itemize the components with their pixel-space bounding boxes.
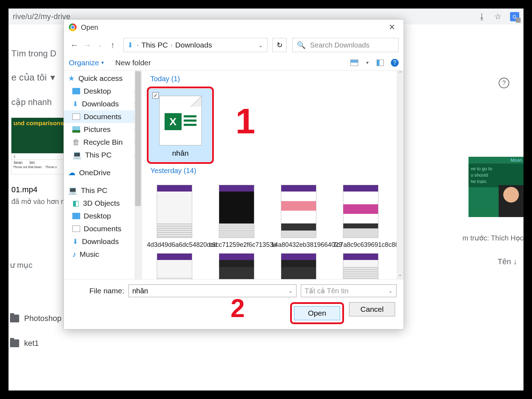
dialog-toolbar: Organize ▼ New folder ▼ ? [64,55,404,71]
nav-tree: ★Quick access Desktop ⬇Downloads Documen… [64,71,142,279]
file-tile[interactable]: c6cc71259e2f6c71353e [209,185,264,249]
group-yesterday[interactable]: Yesterday (14) [147,164,399,178]
file-open-dialog: Open ✕ ← → ⌄ ↑ ⬇ › This PC › Downloads ⌄… [63,19,404,329]
sort-control[interactable]: Tên ↓ [498,257,517,266]
search-input[interactable]: 🔍 Search Downloads [292,38,399,52]
chrome-icon [69,23,77,31]
tree-this-pc[interactable]: 💻This PC [64,149,142,161]
file-checkbox[interactable]: ✓ [153,92,159,99]
file-tile[interactable]: 4d3d49d6a6dc54820dcd [147,185,202,249]
open-button[interactable]: Open [294,306,340,320]
history-dropdown[interactable]: ⌄ [94,39,106,51]
search-placeholder: Search Downloads [310,41,370,49]
bookmark-star-icon[interactable]: ☆ [494,12,501,21]
dropdown-icon: ⌄ [388,288,393,294]
file-name: nhân [153,145,207,157]
arrow-down-icon: ↓ [513,257,517,266]
onedrive-icon: ☁ [68,168,76,177]
translate-icon[interactable]: G [510,12,519,21]
dialog-nav: ← → ⌄ ↑ ⬇ › This PC › Downloads ⌄ ↻ 🔍 Se… [64,35,404,55]
tree-scrollbar[interactable] [134,71,142,279]
chevron-right-icon: › [137,42,139,48]
desktop-icon [72,213,80,219]
download-icon: ⬇ [72,100,78,108]
filename-label: File name: [71,287,124,295]
video-thumbnail[interactable]: und comparisons [11,118,66,153]
download-icon[interactable]: ⭳ [478,12,486,21]
close-button[interactable]: ✕ [385,21,399,33]
back-button[interactable]: ← [69,39,80,51]
folder-item[interactable]: Photoshop c [10,314,67,323]
files-scrollbar[interactable]: ⌃⌄ [397,71,404,279]
file-tile[interactable] [333,253,388,279]
breadcrumb-downloads[interactable]: Downloads [174,41,214,49]
tree-quick-access[interactable]: ★Quick access [64,72,142,85]
dialog-footer: File name: nhân ⌄ Tất cả Tên tin ⌄ 2 Ope… [64,279,404,329]
document-icon [72,226,80,232]
folder-icon [10,339,19,347]
file-tile[interactable]: 7c7a8c9c639691c8c887 [333,185,388,249]
pictures-icon [72,126,80,133]
dropdown-icon[interactable]: ⌄ [288,288,293,294]
organize-menu[interactable]: Organize ▼ [69,59,105,67]
preview-pane-icon[interactable] [377,60,384,66]
breadcrumb-bar[interactable]: ⬇ › This PC › Downloads ⌄ [123,38,267,52]
music-icon: ♪ [72,250,76,259]
refresh-button[interactable]: ↻ [272,38,287,52]
breadcrumb-this-pc[interactable]: This PC [140,41,170,49]
star-icon: ★ [68,74,75,83]
file-tile[interactable] [147,253,202,279]
tree-documents2[interactable]: Documents [64,222,142,235]
help-icon[interactable]: ? [391,59,399,67]
view-dropdown-icon[interactable]: ▼ [365,60,370,65]
tree-desktop[interactable]: Desktop [64,85,142,98]
tree-music[interactable]: ♪Music [64,248,142,261]
forward-button[interactable]: → [82,39,93,51]
tree-this-pc-root[interactable]: 💻This PC [64,184,142,197]
tree-onedrive[interactable]: ☁OneDrive [64,166,142,179]
folder-icon [10,315,19,322]
breadcrumb-dropdown-icon[interactable]: ⌄ [258,42,266,49]
annotation-number-2: 2 [231,294,245,323]
cancel-button[interactable]: Cancel [349,302,395,316]
tree-recycle-bin[interactable]: 🗑Recycle Bin [64,136,142,149]
dialog-title: Open [81,23,98,32]
file-filter-select[interactable]: Tất cả Tên tin ⌄ [301,284,397,297]
view-icon[interactable] [350,60,358,66]
tree-desktop2[interactable]: Desktop [64,210,142,222]
document-icon [72,113,80,120]
search-icon: 🔍 [297,41,306,49]
dropdown-caret-icon: ▾ [50,72,55,83]
pc-icon: 💻 [68,186,77,195]
right-subtitle: m trước: Thích Học [462,234,523,242]
tree-3d-objects[interactable]: ◧3D Objects [64,197,142,210]
annotation-box-1: ✓ X nhân [147,87,214,164]
tree-downloads2[interactable]: ⬇Downloads [64,235,142,248]
folder-item[interactable]: ket1 [10,339,39,348]
desktop-icon [72,88,80,94]
annotation-box-2: Open [290,302,344,324]
file-tile-selected[interactable]: ✓ X nhân [149,89,211,161]
tree-downloads[interactable]: ⬇Downloads [64,98,142,110]
up-button[interactable]: ↑ [107,39,118,51]
file-tile[interactable] [209,253,264,279]
download-icon: ⬇ [72,237,78,246]
file-list: Today (1) ✓ X nhân Yesterday (14) 4d3d49… [142,71,404,279]
tree-pictures[interactable]: Pictures [64,123,142,136]
file-tile[interactable]: 14a80432eb3819664029 [271,185,326,249]
video-thumbnail-right[interactable]: Moon ve to go tou shouldhe train. [469,157,523,217]
annotation-number-1: 1 [235,101,255,142]
video-thumbnail-sub: i: beanbin Throw out that bean.Throw o [11,153,66,174]
pc-icon: 💻 [72,151,82,159]
pc-icon: ⬇ [127,41,133,49]
dialog-titlebar: Open ✕ [64,20,404,35]
tree-documents[interactable]: Documents [64,110,142,123]
filename-input[interactable]: nhân ⌄ [128,284,297,297]
new-folder-button[interactable]: New folder [115,59,151,67]
folder-section-label: ư mục [10,261,32,270]
3d-objects-icon: ◧ [72,199,79,207]
group-today[interactable]: Today (1) [147,73,399,87]
help-icon[interactable]: ? [499,78,509,88]
file-tile[interactable] [271,253,326,279]
excel-file-icon: X [159,96,202,145]
